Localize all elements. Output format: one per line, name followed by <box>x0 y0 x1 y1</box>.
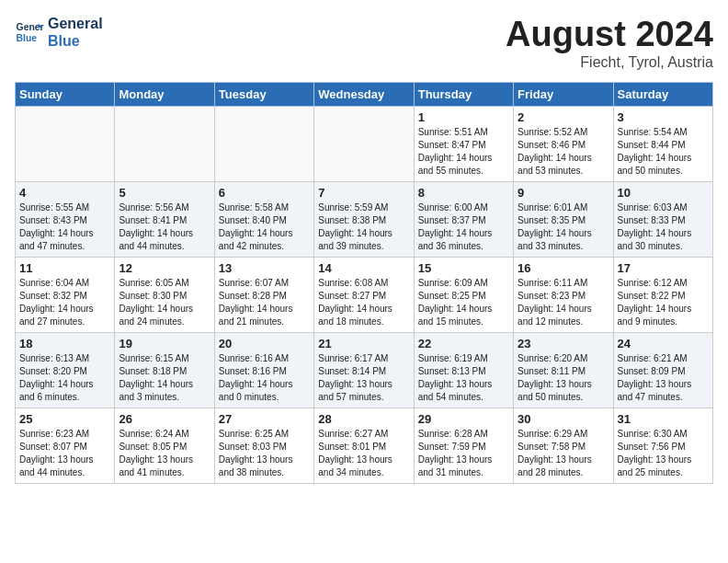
header-day-thursday: Thursday <box>414 83 513 107</box>
calendar-week-row: 1Sunrise: 5:51 AM Sunset: 8:47 PM Daylig… <box>16 107 713 182</box>
day-number: 17 <box>618 261 709 275</box>
day-number: 22 <box>418 337 509 350</box>
day-number: 20 <box>219 337 310 350</box>
day-info: Sunrise: 6:05 AM Sunset: 8:30 PM Dayligh… <box>119 277 210 328</box>
header-day-tuesday: Tuesday <box>214 83 313 107</box>
calendar-cell: 23Sunrise: 6:20 AM Sunset: 8:11 PM Dayli… <box>514 333 613 408</box>
header-day-sunday: Sunday <box>16 83 115 107</box>
day-number: 21 <box>318 337 409 350</box>
calendar-cell <box>115 107 214 182</box>
calendar-cell: 4Sunrise: 5:55 AM Sunset: 8:43 PM Daylig… <box>16 182 115 258</box>
day-info: Sunrise: 5:54 AM Sunset: 8:44 PM Dayligh… <box>618 126 709 178</box>
calendar-cell: 30Sunrise: 6:29 AM Sunset: 7:58 PM Dayli… <box>514 408 613 484</box>
calendar-cell <box>16 107 115 182</box>
day-info: Sunrise: 5:59 AM Sunset: 8:38 PM Dayligh… <box>318 201 409 253</box>
calendar-cell: 7Sunrise: 5:59 AM Sunset: 8:38 PM Daylig… <box>314 182 414 258</box>
day-info: Sunrise: 6:29 AM Sunset: 7:58 PM Dayligh… <box>518 428 609 479</box>
day-number: 31 <box>618 412 709 426</box>
day-info: Sunrise: 6:04 AM Sunset: 8:32 PM Dayligh… <box>19 277 110 328</box>
day-info: Sunrise: 6:15 AM Sunset: 8:18 PM Dayligh… <box>119 352 210 404</box>
calendar-cell: 21Sunrise: 6:17 AM Sunset: 8:14 PM Dayli… <box>314 333 414 408</box>
svg-text:Blue: Blue <box>17 33 38 43</box>
day-info: Sunrise: 6:16 AM Sunset: 8:16 PM Dayligh… <box>219 352 310 404</box>
calendar-cell: 17Sunrise: 6:12 AM Sunset: 8:22 PM Dayli… <box>613 258 712 333</box>
day-info: Sunrise: 6:20 AM Sunset: 8:11 PM Dayligh… <box>518 352 609 404</box>
calendar-table: SundayMondayTuesdayWednesdayThursdayFrid… <box>15 82 713 484</box>
day-info: Sunrise: 5:56 AM Sunset: 8:41 PM Dayligh… <box>119 201 210 253</box>
calendar-cell: 5Sunrise: 5:56 AM Sunset: 8:41 PM Daylig… <box>115 182 214 258</box>
day-info: Sunrise: 6:27 AM Sunset: 8:01 PM Dayligh… <box>318 428 409 479</box>
day-info: Sunrise: 6:24 AM Sunset: 8:05 PM Dayligh… <box>119 428 210 479</box>
calendar-header-row: SundayMondayTuesdayWednesdayThursdayFrid… <box>16 83 713 107</box>
header-day-friday: Friday <box>514 83 613 107</box>
calendar-cell: 26Sunrise: 6:24 AM Sunset: 8:05 PM Dayli… <box>115 408 214 484</box>
day-info: Sunrise: 6:11 AM Sunset: 8:23 PM Dayligh… <box>518 277 609 328</box>
page-header: General Blue General Blue August 2024 Fi… <box>15 15 713 71</box>
day-info: Sunrise: 6:23 AM Sunset: 8:07 PM Dayligh… <box>19 428 110 479</box>
day-number: 8 <box>418 186 509 200</box>
calendar-cell <box>314 107 414 182</box>
day-number: 28 <box>318 412 409 426</box>
calendar-cell: 10Sunrise: 6:03 AM Sunset: 8:33 PM Dayli… <box>613 182 712 258</box>
day-number: 29 <box>418 412 509 426</box>
day-number: 4 <box>19 186 110 200</box>
day-number: 13 <box>219 261 310 275</box>
calendar-week-row: 11Sunrise: 6:04 AM Sunset: 8:32 PM Dayli… <box>16 258 713 333</box>
day-info: Sunrise: 6:09 AM Sunset: 8:25 PM Dayligh… <box>418 277 509 328</box>
day-number: 14 <box>318 261 409 275</box>
header-day-monday: Monday <box>115 83 214 107</box>
day-number: 27 <box>219 412 310 426</box>
calendar-cell: 2Sunrise: 5:52 AM Sunset: 8:46 PM Daylig… <box>514 107 613 182</box>
calendar-cell: 14Sunrise: 6:08 AM Sunset: 8:27 PM Dayli… <box>314 258 414 333</box>
day-number: 25 <box>19 412 110 426</box>
day-number: 3 <box>618 110 709 124</box>
calendar-cell: 18Sunrise: 6:13 AM Sunset: 8:20 PM Dayli… <box>16 333 115 408</box>
logo: General Blue General Blue <box>15 15 103 50</box>
calendar-cell: 19Sunrise: 6:15 AM Sunset: 8:18 PM Dayli… <box>115 333 214 408</box>
calendar-cell: 28Sunrise: 6:27 AM Sunset: 8:01 PM Dayli… <box>314 408 414 484</box>
calendar-cell: 13Sunrise: 6:07 AM Sunset: 8:28 PM Dayli… <box>214 258 313 333</box>
day-info: Sunrise: 5:52 AM Sunset: 8:46 PM Dayligh… <box>518 126 609 178</box>
day-info: Sunrise: 6:01 AM Sunset: 8:35 PM Dayligh… <box>518 201 609 253</box>
day-info: Sunrise: 6:19 AM Sunset: 8:13 PM Dayligh… <box>418 352 509 404</box>
day-info: Sunrise: 6:21 AM Sunset: 8:09 PM Dayligh… <box>618 352 709 404</box>
calendar-cell: 31Sunrise: 6:30 AM Sunset: 7:56 PM Dayli… <box>613 408 712 484</box>
logo-line2: Blue <box>48 32 103 50</box>
day-info: Sunrise: 6:25 AM Sunset: 8:03 PM Dayligh… <box>219 428 310 479</box>
calendar-cell: 6Sunrise: 5:58 AM Sunset: 8:40 PM Daylig… <box>214 182 313 258</box>
logo-line1: General <box>48 15 103 32</box>
day-info: Sunrise: 6:03 AM Sunset: 8:33 PM Dayligh… <box>618 201 709 253</box>
day-info: Sunrise: 6:13 AM Sunset: 8:20 PM Dayligh… <box>19 352 110 404</box>
day-number: 24 <box>618 337 709 350</box>
calendar-cell: 1Sunrise: 5:51 AM Sunset: 8:47 PM Daylig… <box>414 107 513 182</box>
calendar-week-row: 4Sunrise: 5:55 AM Sunset: 8:43 PM Daylig… <box>16 182 713 258</box>
day-number: 16 <box>518 261 609 275</box>
day-info: Sunrise: 6:08 AM Sunset: 8:27 PM Dayligh… <box>318 277 409 328</box>
day-number: 1 <box>418 110 509 124</box>
logo-icon: General Blue <box>15 17 44 47</box>
day-info: Sunrise: 6:30 AM Sunset: 7:56 PM Dayligh… <box>618 428 709 479</box>
day-number: 19 <box>119 337 210 350</box>
day-info: Sunrise: 5:55 AM Sunset: 8:43 PM Dayligh… <box>19 201 110 253</box>
calendar-cell: 9Sunrise: 6:01 AM Sunset: 8:35 PM Daylig… <box>514 182 613 258</box>
day-number: 7 <box>318 186 409 200</box>
month-year-title: August 2024 <box>506 15 713 54</box>
calendar-cell: 29Sunrise: 6:28 AM Sunset: 7:59 PM Dayli… <box>414 408 513 484</box>
day-number: 18 <box>19 337 110 350</box>
day-info: Sunrise: 5:51 AM Sunset: 8:47 PM Dayligh… <box>418 126 509 178</box>
location-subtitle: Fiecht, Tyrol, Austria <box>506 54 713 71</box>
day-info: Sunrise: 6:07 AM Sunset: 8:28 PM Dayligh… <box>219 277 310 328</box>
calendar-cell: 15Sunrise: 6:09 AM Sunset: 8:25 PM Dayli… <box>414 258 513 333</box>
calendar-cell: 25Sunrise: 6:23 AM Sunset: 8:07 PM Dayli… <box>16 408 115 484</box>
calendar-cell: 24Sunrise: 6:21 AM Sunset: 8:09 PM Dayli… <box>613 333 712 408</box>
day-number: 9 <box>518 186 609 200</box>
calendar-week-row: 25Sunrise: 6:23 AM Sunset: 8:07 PM Dayli… <box>16 408 713 484</box>
day-info: Sunrise: 6:17 AM Sunset: 8:14 PM Dayligh… <box>318 352 409 404</box>
header-day-wednesday: Wednesday <box>314 83 414 107</box>
calendar-cell: 20Sunrise: 6:16 AM Sunset: 8:16 PM Dayli… <box>214 333 313 408</box>
day-info: Sunrise: 6:12 AM Sunset: 8:22 PM Dayligh… <box>618 277 709 328</box>
title-block: August 2024 Fiecht, Tyrol, Austria <box>506 15 713 71</box>
day-number: 6 <box>219 186 310 200</box>
day-number: 11 <box>19 261 110 275</box>
day-number: 15 <box>418 261 509 275</box>
